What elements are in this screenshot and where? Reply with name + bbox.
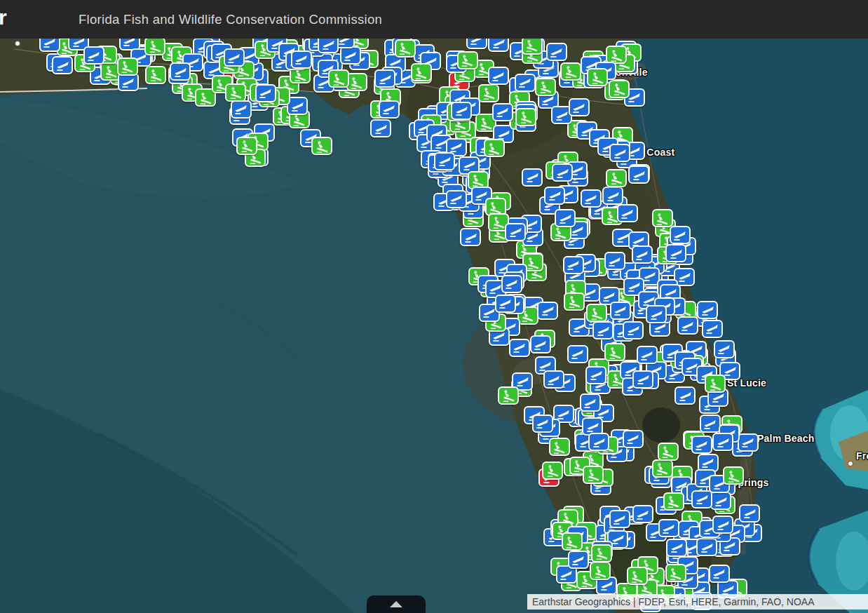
paddle-launch-marker[interactable] (591, 544, 612, 563)
boat-ramp-marker[interactable] (563, 256, 584, 274)
boat-ramp-marker[interactable] (592, 321, 613, 339)
boat-ramp-marker[interactable] (666, 539, 687, 557)
boat-ramp-marker[interactable] (632, 370, 653, 389)
paddle-launch-marker[interactable] (606, 169, 627, 187)
boat-ramp-marker[interactable] (83, 46, 104, 65)
boat-ramp-marker[interactable] (710, 492, 731, 510)
boat-ramp-marker[interactable] (691, 490, 712, 508)
boat-ramp-marker[interactable] (588, 433, 609, 451)
boat-ramp-marker[interactable] (674, 386, 696, 405)
boat-ramp-marker[interactable] (623, 430, 644, 448)
boat-ramp-marker[interactable] (374, 69, 395, 88)
boat-ramp-marker[interactable] (623, 321, 644, 339)
paddle-launch-marker[interactable] (145, 66, 166, 84)
paddle-launch-marker[interactable] (587, 68, 608, 86)
boat-ramp-marker[interactable] (739, 504, 760, 523)
boat-ramp-marker[interactable] (585, 366, 606, 384)
boat-ramp-marker[interactable] (509, 339, 530, 357)
boat-ramp-marker[interactable] (702, 320, 723, 338)
paddle-launch-marker[interactable] (549, 438, 570, 456)
paddle-launch-marker[interactable] (586, 304, 607, 322)
boat-ramp-marker[interactable] (488, 67, 509, 85)
paddle-launch-marker[interactable] (515, 108, 536, 126)
boat-ramp-marker[interactable] (451, 102, 472, 120)
boat-ramp-marker[interactable] (714, 340, 735, 358)
paddle-launch-marker[interactable] (236, 137, 257, 155)
paddle-launch-marker[interactable] (665, 564, 686, 582)
boat-ramp-marker[interactable] (632, 245, 653, 264)
boat-ramp-marker[interactable] (581, 189, 602, 208)
paddle-launch-marker[interactable] (457, 51, 478, 69)
boat-ramp-marker[interactable] (495, 295, 516, 313)
boat-ramp-marker[interactable] (604, 252, 625, 270)
boat-ramp-marker[interactable] (492, 103, 513, 121)
paddle-launch-marker[interactable] (395, 39, 416, 58)
map[interactable]: JacksonvillePalm CoastPalm BaySt LucieWe… (0, 0, 868, 613)
boat-ramp-marker[interactable] (379, 100, 400, 119)
paddle-launch-marker[interactable] (478, 84, 499, 102)
paddle-launch-marker[interactable] (564, 292, 585, 311)
boat-ramp-marker[interactable] (434, 152, 455, 170)
paddle-launch-marker[interactable] (560, 62, 581, 81)
paddle-launch-marker[interactable] (658, 443, 679, 461)
paddle-launch-marker[interactable] (652, 209, 673, 227)
boat-ramp-marker[interactable] (670, 226, 691, 244)
boat-ramp-marker[interactable] (552, 163, 573, 182)
boat-ramp-marker[interactable] (505, 223, 526, 241)
boat-ramp-marker[interactable] (522, 168, 543, 187)
boat-ramp-marker[interactable] (224, 48, 245, 67)
boat-ramp-marker[interactable] (632, 505, 653, 523)
paddle-launch-marker[interactable] (705, 375, 726, 393)
paddle-launch-marker[interactable] (535, 78, 556, 96)
boat-ramp-marker[interactable] (617, 204, 638, 222)
boat-ramp-marker[interactable] (712, 433, 733, 451)
paddle-launch-marker[interactable] (562, 532, 583, 551)
paddle-launch-marker[interactable] (652, 459, 673, 478)
boat-ramp-marker[interactable] (646, 305, 667, 323)
boat-ramp-marker[interactable] (543, 370, 564, 389)
boat-ramp-marker[interactable] (697, 301, 718, 319)
paddle-launch-marker[interactable] (609, 80, 630, 98)
paddle-launch-marker[interactable] (117, 58, 138, 76)
boat-ramp-marker[interactable] (677, 316, 698, 335)
paddle-launch-marker[interactable] (311, 137, 332, 155)
boat-ramp-marker[interactable] (446, 190, 467, 208)
boat-ramp-marker[interactable] (580, 393, 601, 412)
boat-ramp-marker[interactable] (544, 187, 565, 205)
boat-ramp-marker[interactable] (370, 119, 391, 137)
paddle-launch-marker[interactable] (723, 466, 744, 485)
paddle-launch-marker[interactable] (590, 562, 611, 580)
boat-ramp-marker[interactable] (567, 345, 588, 363)
boat-ramp-marker[interactable] (637, 346, 658, 364)
boat-ramp-marker[interactable] (700, 415, 721, 433)
boat-ramp-marker[interactable] (340, 46, 361, 65)
boat-ramp-marker[interactable] (537, 302, 558, 320)
boat-ramp-marker[interactable] (231, 100, 252, 119)
boat-ramp-marker[interactable] (696, 538, 717, 556)
paddle-launch-marker[interactable] (583, 466, 604, 484)
boat-ramp-marker[interactable] (532, 415, 553, 433)
boat-ramp-marker[interactable] (712, 516, 733, 534)
paddle-launch-marker[interactable] (346, 73, 367, 91)
boat-ramp-marker[interactable] (546, 43, 567, 61)
paddle-launch-marker[interactable] (542, 462, 563, 480)
paddle-launch-marker[interactable] (144, 37, 165, 55)
boat-ramp-marker[interactable] (665, 244, 686, 262)
paddle-launch-marker[interactable] (663, 492, 684, 511)
boat-ramp-marker[interactable] (555, 209, 576, 227)
boat-ramp-marker[interactable] (501, 275, 522, 293)
boat-ramp-marker[interactable] (569, 98, 590, 116)
boat-ramp-marker[interactable] (609, 510, 630, 528)
boat-ramp-marker[interactable] (568, 551, 589, 569)
boat-ramp-marker[interactable] (609, 144, 630, 162)
boat-ramp-marker[interactable] (255, 84, 276, 102)
paddle-launch-marker[interactable] (411, 63, 432, 81)
boat-ramp-marker[interactable] (460, 228, 481, 246)
paddle-launch-marker[interactable] (225, 83, 246, 102)
boat-ramp-marker[interactable] (691, 436, 712, 454)
boat-ramp-marker[interactable] (628, 166, 649, 184)
boat-ramp-marker[interactable] (610, 302, 631, 320)
boat-ramp-marker[interactable] (291, 50, 312, 69)
paddle-launch-marker[interactable] (627, 567, 648, 585)
paddle-launch-marker[interactable] (522, 36, 543, 55)
